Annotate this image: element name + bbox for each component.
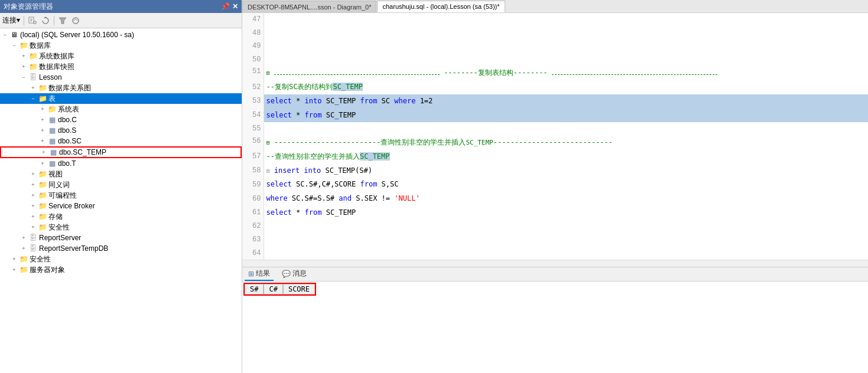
tree-item-snapshot[interactable]: 📁 数据库快照: [0, 61, 242, 72]
line-content: ⊞ insert into SC_TEMP(S#): [264, 163, 868, 178]
object-explorer-toolbar: 连接▾: [0, 13, 242, 28]
tree-item-dbo-t[interactable]: ▦ dbo.T: [0, 158, 242, 169]
expand-dbo-sc[interactable]: [38, 138, 47, 144]
expand-server[interactable]: [0, 32, 9, 38]
editor-area: 47 48 49: [242, 13, 868, 373]
db-icon: 🗄: [28, 234, 38, 242]
tree-item-reportserver[interactable]: 🗄 ReportServer: [0, 233, 242, 243]
expand-rstempdb[interactable]: [19, 246, 28, 251]
expand-dbo-sc-temp[interactable]: [39, 149, 48, 155]
line-content: [264, 13, 868, 27]
tree-item-synonyms[interactable]: 📁 同义词: [0, 179, 242, 190]
tree-item-programmability[interactable]: 📁 可编程性: [0, 190, 242, 201]
expand-storage[interactable]: [28, 214, 38, 220]
expand-tables[interactable]: [28, 96, 38, 102]
sep2: [54, 16, 54, 25]
expand-synonyms[interactable]: [28, 182, 38, 188]
line-num: 48: [242, 27, 264, 40]
tree-item-server-objects[interactable]: 📁 服务器对象: [0, 264, 242, 275]
code-line-54: 54 select * from SC_TEMP: [242, 108, 868, 122]
line-num: 54: [242, 108, 264, 122]
expand-systemdb[interactable]: [19, 53, 28, 59]
expand-rs[interactable]: [19, 235, 28, 241]
code-container[interactable]: 47 48 49: [242, 13, 868, 260]
tab-sql[interactable]: charushuju.sql - (local).Lesson (sa (53)…: [377, 1, 505, 12]
expand-diagrams[interactable]: [28, 85, 38, 91]
filter-btn[interactable]: [57, 15, 69, 27]
col-ch: C#: [264, 284, 282, 295]
sec-lesson-label: 安全性: [48, 223, 70, 233]
folder-icon: 📁: [38, 212, 47, 221]
results-tab-bar: ⊞ 结果 💬 消息: [242, 267, 868, 282]
expand-sec-lesson[interactable]: [28, 224, 38, 230]
tree-item-dbo-s[interactable]: ▦ dbo.S: [0, 125, 242, 136]
line-content: [264, 233, 868, 247]
db-icon: 🗄: [28, 244, 38, 253]
dbo-sc-label: dbo.SC: [58, 137, 82, 145]
line-content: [264, 246, 868, 260]
sb-label: Service Broker: [48, 202, 95, 210]
tree-item-views[interactable]: 📁 视图: [0, 169, 242, 179]
tree-item-security-lesson[interactable]: 📁 安全性: [0, 222, 242, 233]
expand-snapshot[interactable]: [19, 64, 28, 70]
expand-dbo-c[interactable]: [38, 117, 47, 123]
folder-icon: 📁: [28, 63, 38, 71]
tree-item-system-db[interactable]: 📁 系统数据库: [0, 51, 242, 61]
tab-diagram-label: DESKTOP-8M5APNL....sson - Diagram_0*: [248, 4, 371, 11]
expand-sb[interactable]: [28, 203, 38, 209]
server-label: (local) (SQL Server 10.50.1600 - sa): [20, 31, 134, 39]
tree-item-databases[interactable]: 📁 数据库: [0, 40, 242, 51]
line-content: select SC.S#,C#,SCORE from S,SC: [264, 178, 868, 192]
line-num: 51: [242, 66, 264, 80]
table-icon: ▦: [47, 126, 57, 135]
results-content: S# C# SCORE: [242, 282, 868, 373]
new-query-btn[interactable]: [27, 15, 38, 27]
tree-item-diagrams[interactable]: 📁 数据库关系图: [0, 83, 242, 93]
tree-item-lesson[interactable]: 🗄 Lesson: [0, 72, 242, 83]
line-num: 55: [242, 122, 264, 136]
code-line-52: 52 --复制SC表的结构到SC_TEMP: [242, 80, 868, 94]
tree-item-dbo-c[interactable]: ▦ dbo.C: [0, 114, 242, 125]
snapshot-label: 数据库快照: [39, 62, 74, 72]
code-line-58: 58 ⊞ insert into SC_TEMP(S#): [242, 163, 868, 178]
tree-item-dbo-sc[interactable]: ▦ dbo.SC: [0, 136, 242, 146]
line-num: 59: [242, 178, 264, 192]
line-content: [264, 53, 868, 67]
line-content: [264, 27, 868, 40]
tree-item-tables[interactable]: 📁 表: [0, 93, 242, 104]
expand-systables[interactable]: [38, 106, 47, 112]
expand-databases[interactable]: [9, 42, 19, 48]
tree-item-service-broker[interactable]: 📁 Service Broker: [0, 201, 242, 211]
systemdb-label: 系统数据库: [39, 51, 74, 61]
refresh-btn[interactable]: [40, 15, 51, 27]
code-line-62: 62: [242, 220, 868, 233]
tree-item-dbo-sc-temp[interactable]: ▦ dbo.SC_TEMP: [0, 146, 242, 158]
tables-label: 表: [48, 94, 56, 104]
close-icon[interactable]: ✕: [232, 2, 238, 11]
tree-item-server[interactable]: 🖥 (local) (SQL Server 10.50.1600 - sa): [0, 30, 242, 40]
results-tab-results[interactable]: ⊞ 结果: [245, 267, 274, 281]
results-tab-messages[interactable]: 💬 消息: [278, 267, 310, 281]
tree-item-sys-tables[interactable]: 📁 系统表: [0, 104, 242, 114]
expand-server-obj[interactable]: [9, 267, 19, 273]
line-content: ⊞ -------------------------查询性别非空的学生并插入S…: [264, 136, 868, 150]
expand-prog[interactable]: [28, 192, 38, 198]
line-content: [264, 122, 868, 136]
line-content: where SC.S#=S.S# and S.SEX != 'NULL': [264, 192, 868, 206]
expand-views[interactable]: [28, 171, 38, 177]
h-scrollbar[interactable]: [242, 260, 868, 267]
expand-dbo-s[interactable]: [38, 127, 47, 133]
code-line-49: 49: [242, 40, 868, 53]
tab-diagram[interactable]: DESKTOP-8M5APNL....sson - Diagram_0*: [242, 1, 376, 12]
expand-dbo-t[interactable]: [38, 161, 47, 166]
pin-icon[interactable]: 📌: [221, 2, 230, 11]
tree-view[interactable]: 🖥 (local) (SQL Server 10.50.1600 - sa) 📁…: [0, 28, 242, 373]
line-num: 50: [242, 53, 264, 67]
expand-lesson[interactable]: [19, 74, 28, 80]
tree-item-reportservertempdb[interactable]: 🗄 ReportServerTempDB: [0, 243, 242, 254]
line-content: --复制SC表的结构到SC_TEMP: [264, 80, 868, 94]
sync-btn[interactable]: [70, 15, 82, 27]
tree-item-security-root[interactable]: 📁 安全性: [0, 254, 242, 264]
expand-sec-root[interactable]: [9, 256, 19, 262]
tree-item-storage[interactable]: 📁 存储: [0, 211, 242, 222]
